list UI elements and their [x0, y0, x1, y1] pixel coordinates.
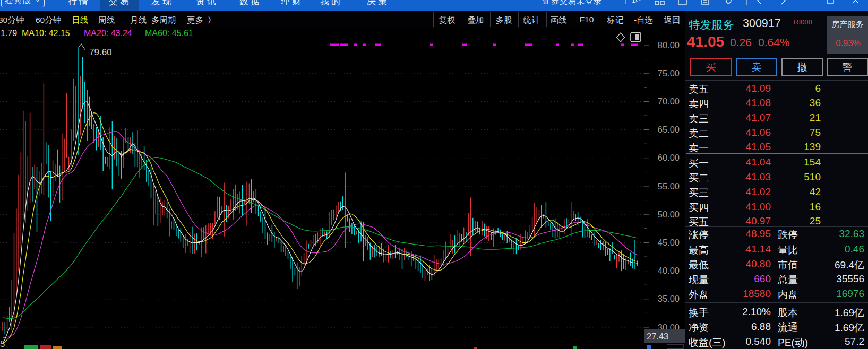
svg-text:MA20: 43.24: MA20: 43.24	[84, 29, 132, 38]
svg-text:27.43: 27.43	[647, 331, 668, 341]
svg-text:70.00: 70.00	[658, 97, 680, 106]
svg-text:MA10: 42.15: MA10: 42.15	[22, 29, 70, 38]
svg-text:65.00: 65.00	[658, 125, 680, 134]
svg-text:MA60: 45.61: MA60: 45.61	[145, 29, 193, 38]
svg-text:1.79: 1.79	[1, 29, 17, 38]
svg-text:60.00: 60.00	[658, 153, 680, 162]
svg-text:5: 5	[0, 339, 5, 349]
svg-text:75.00: 75.00	[658, 68, 680, 78]
svg-text:50.00: 50.00	[658, 210, 680, 219]
svg-text:40.00: 40.00	[658, 266, 680, 275]
svg-text:79.60: 79.60	[89, 47, 112, 57]
svg-text:80.00: 80.00	[658, 40, 680, 50]
svg-text:35.00: 35.00	[658, 294, 680, 303]
svg-text:45.00: 45.00	[658, 238, 680, 247]
svg-text:55.00: 55.00	[658, 181, 680, 191]
